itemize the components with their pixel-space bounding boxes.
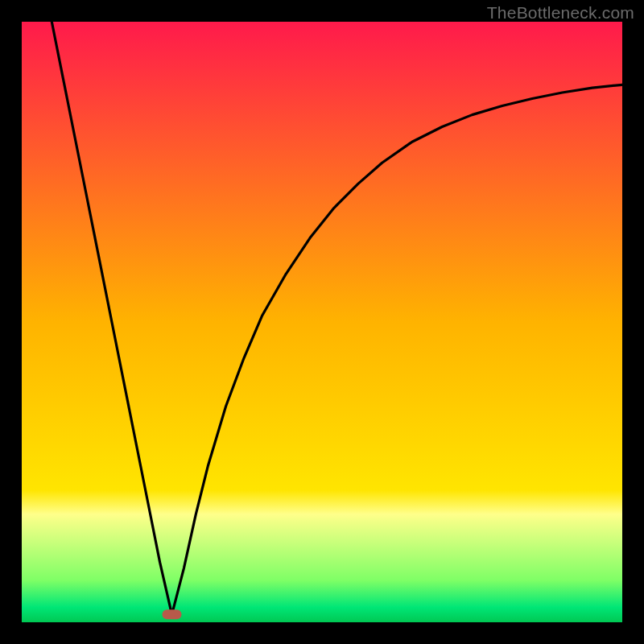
watermark-text: TheBottleneck.com — [487, 3, 634, 23]
chart-frame — [22, 22, 622, 622]
min-marker — [163, 609, 182, 619]
chart-plot — [22, 22, 622, 622]
